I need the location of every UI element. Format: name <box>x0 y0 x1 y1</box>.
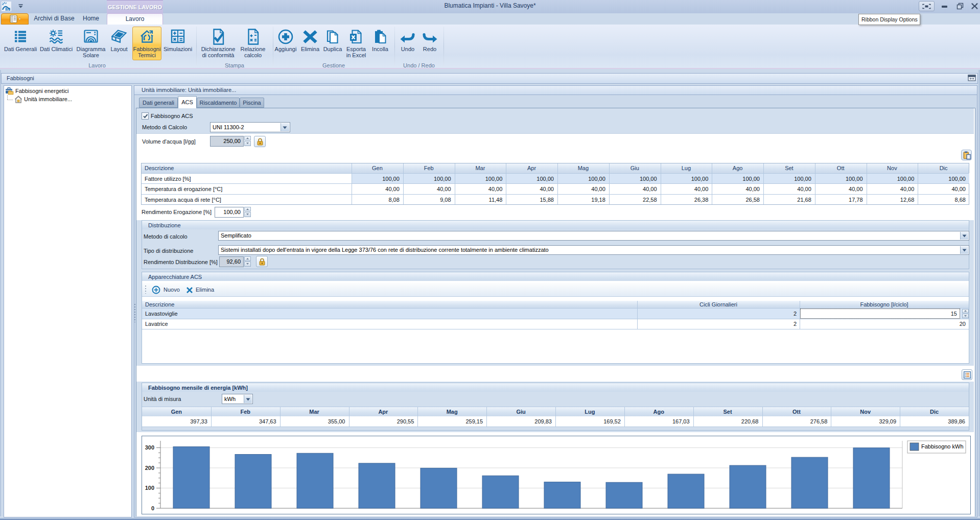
svg-text:300: 300 <box>145 444 154 451</box>
svg-text:Fabbisogno kWh: Fabbisogno kWh <box>921 443 964 450</box>
svg-text:0: 0 <box>151 505 154 511</box>
svg-text:200: 200 <box>145 465 154 471</box>
svg-text:100: 100 <box>145 485 154 491</box>
